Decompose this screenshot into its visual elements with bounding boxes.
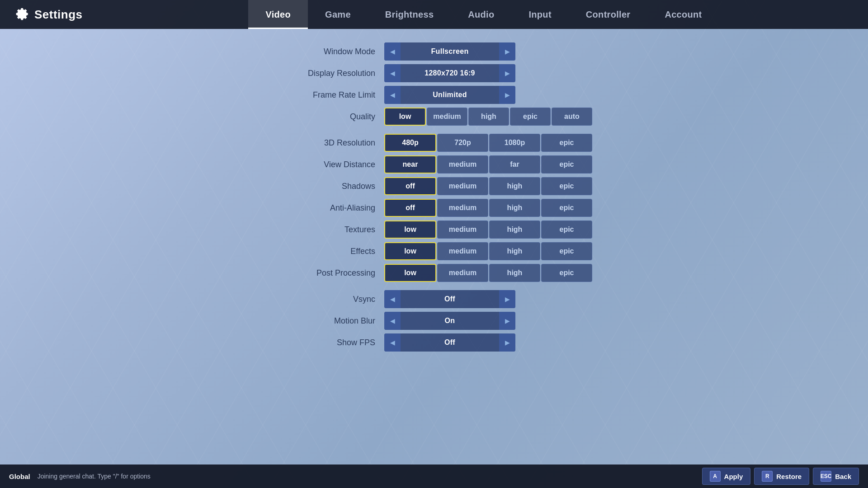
brand-area: Settings [0,6,99,23]
tab-game[interactable]: Game [308,0,368,29]
brand-title: Settings [34,8,83,22]
tab-account[interactable]: Account [647,0,719,29]
post-processing-btn-low[interactable]: low [384,264,436,282]
display-resolution-label: Display Resolution [276,69,384,78]
restore-key: R [762,471,773,482]
shadows-btn-high[interactable]: high [489,177,540,195]
gear-icon [13,6,29,23]
show-fps-row: Show FPS ◀ Off ▶ [276,333,592,352]
shadows-btn-medium[interactable]: medium [437,177,488,195]
content-area: Window Mode ◀ Fullscreen ▶ Display Resol… [0,29,868,465]
display-resolution-next[interactable]: ▶ [499,64,515,82]
quality-btn-auto[interactable]: auto [552,108,592,126]
anti-aliasing-btn-group: off medium high epic [384,199,592,217]
frame-rate-prev[interactable]: ◀ [384,86,401,104]
chat-section: Global Joining general chat. Type "/" fo… [9,473,702,480]
quality-label: Quality [276,112,384,122]
window-mode-prev[interactable]: ◀ [384,42,401,61]
back-button[interactable]: ESC Back [813,468,859,485]
restore-button[interactable]: R Restore [754,468,809,485]
bottom-bar: Global Joining general chat. Type "/" fo… [0,465,868,488]
effects-btn-medium[interactable]: medium [437,242,488,260]
show-fps-prev[interactable]: ◀ [384,333,401,352]
shadows-btn-off[interactable]: off [384,177,436,195]
post-processing-btn-group: low medium high epic [384,264,592,282]
vsync-selector: ◀ Off ▶ [384,290,515,308]
post-processing-btn-medium[interactable]: medium [437,264,488,282]
post-processing-btn-epic[interactable]: epic [541,264,592,282]
apply-label: Apply [724,473,743,480]
quality-btn-high[interactable]: high [468,108,509,126]
textures-label: Textures [276,225,384,235]
quality-btn-low[interactable]: low [384,108,426,126]
quality-btn-epic[interactable]: epic [510,108,551,126]
back-label: Back [835,473,851,480]
show-fps-next[interactable]: ▶ [499,333,515,352]
view-distance-btn-group: near medium far epic [384,155,592,174]
frame-rate-next[interactable]: ▶ [499,86,515,104]
effects-btn-epic[interactable]: epic [541,242,592,260]
tab-input[interactable]: Input [511,0,568,29]
chat-message: Joining general chat. Type "/" for optio… [38,473,151,480]
view-distance-btn-medium[interactable]: medium [437,155,488,174]
motion-blur-prev[interactable]: ◀ [384,312,401,330]
apply-button[interactable]: A Apply [702,468,751,485]
view-distance-btn-near[interactable]: near [384,155,436,174]
frame-rate-value: Unlimited [401,91,499,99]
effects-label: Effects [276,247,384,256]
view-distance-row: View Distance near medium far epic [276,155,592,174]
tab-controller[interactable]: Controller [569,0,648,29]
anti-aliasing-btn-medium[interactable]: medium [437,199,488,217]
textures-btn-epic[interactable]: epic [541,221,592,239]
display-resolution-value: 1280x720 16:9 [401,69,499,77]
window-mode-row: Window Mode ◀ Fullscreen ▶ [276,42,592,61]
resolution-3d-btn-720p[interactable]: 720p [437,134,488,152]
resolution-3d-btn-group: 480p 720p 1080p epic [384,134,592,152]
top-navigation: Settings Video Game Brightness Audio Inp… [0,0,868,29]
effects-btn-low[interactable]: low [384,242,436,260]
resolution-3d-row: 3D Resolution 480p 720p 1080p epic [276,134,592,152]
effects-btn-high[interactable]: high [489,242,540,260]
vsync-prev[interactable]: ◀ [384,290,401,308]
anti-aliasing-btn-high[interactable]: high [489,199,540,217]
shadows-row: Shadows off medium high epic [276,177,592,195]
post-processing-row: Post Processing low medium high epic [276,264,592,282]
tab-brightness[interactable]: Brightness [368,0,451,29]
window-mode-value: Fullscreen [401,47,499,56]
tab-audio[interactable]: Audio [451,0,511,29]
textures-btn-high[interactable]: high [489,221,540,239]
nav-tabs: Video Game Brightness Audio Input Contro… [99,0,868,29]
vsync-next[interactable]: ▶ [499,290,515,308]
back-key: ESC [821,471,831,482]
display-resolution-row: Display Resolution ◀ 1280x720 16:9 ▶ [276,64,592,82]
motion-blur-selector: ◀ On ▶ [384,312,515,330]
window-mode-next[interactable]: ▶ [499,42,515,61]
tab-video[interactable]: Video [248,0,308,29]
quality-btn-group: low medium high epic auto [384,108,592,126]
resolution-3d-btn-480p[interactable]: 480p [384,134,436,152]
textures-btn-low[interactable]: low [384,221,436,239]
display-resolution-selector: ◀ 1280x720 16:9 ▶ [384,64,515,82]
bottom-actions: A Apply R Restore ESC Back [702,468,859,485]
view-distance-btn-far[interactable]: far [489,155,540,174]
anti-aliasing-btn-off[interactable]: off [384,199,436,217]
post-processing-btn-high[interactable]: high [489,264,540,282]
apply-key: A [710,471,721,482]
settings-grid: Window Mode ◀ Fullscreen ▶ Display Resol… [276,42,592,355]
vsync-row: Vsync ◀ Off ▶ [276,290,592,308]
chat-label: Global [9,473,30,480]
anti-aliasing-btn-epic[interactable]: epic [541,199,592,217]
shadows-btn-epic[interactable]: epic [541,177,592,195]
restore-label: Restore [776,473,802,480]
view-distance-btn-epic[interactable]: epic [541,155,592,174]
resolution-3d-btn-1080p[interactable]: 1080p [489,134,540,152]
motion-blur-next[interactable]: ▶ [499,312,515,330]
quality-btn-medium[interactable]: medium [427,108,467,126]
display-resolution-prev[interactable]: ◀ [384,64,401,82]
resolution-3d-btn-epic[interactable]: epic [541,134,592,152]
vsync-value: Off [401,295,499,303]
window-mode-label: Window Mode [276,47,384,56]
textures-btn-medium[interactable]: medium [437,221,488,239]
effects-btn-group: low medium high epic [384,242,592,260]
show-fps-value: Off [401,338,499,347]
